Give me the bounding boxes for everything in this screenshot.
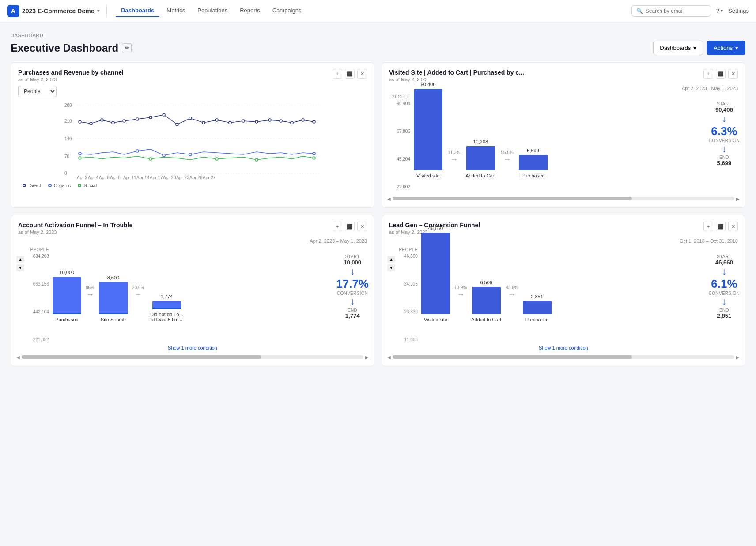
card4-add-button[interactable]: + — [703, 222, 713, 231]
card1-add-button[interactable]: + — [333, 69, 342, 79]
line-chart: 280 210 140 70 0 — [18, 101, 367, 180]
svg-point-10 — [79, 120, 81, 123]
card4-scrollbar[interactable] — [393, 355, 632, 359]
card3-add-button[interactable]: + — [333, 222, 342, 231]
svg-text:Apr 14: Apr 14 — [136, 175, 150, 180]
card3-down-arrow: ↓ — [350, 266, 355, 277]
card1-export-button[interactable]: ⬛ — [345, 69, 355, 79]
card3-title: Account Activation Funnel – In Trouble — [18, 222, 132, 229]
card4-ytick-2: 23,330 — [404, 309, 418, 314]
card2-end-label: END — [719, 155, 729, 160]
card3-conn1-pct: 20.6% — [132, 285, 144, 290]
card2-title: Visited Site | Added to Cart | Purchased… — [389, 69, 524, 76]
card3-bar1 — [99, 282, 128, 314]
svg-text:Apr 20: Apr 20 — [163, 175, 176, 180]
card2-add-button[interactable]: + — [703, 69, 713, 79]
svg-point-21 — [215, 119, 218, 121]
card4-export-button[interactable]: ⬛ — [716, 222, 726, 231]
card2-bar1-name: Added to Cart — [465, 173, 495, 178]
help-button[interactable]: ? ▾ — [716, 8, 723, 14]
card4-ytick-1: 34,995 — [404, 282, 418, 286]
card4-ytick-0: 46,660 — [404, 254, 418, 259]
card3-scroll-up[interactable]: ▲ — [16, 256, 24, 263]
card4-scroll-down[interactable]: ▼ — [387, 264, 395, 271]
svg-text:Apr 4: Apr 4 — [88, 175, 98, 180]
card3-bar1-name: Site Search — [101, 317, 126, 322]
legend-organic-dot — [48, 184, 52, 187]
card4-start-label: START — [717, 254, 731, 259]
card3-end-label: END — [348, 308, 357, 313]
card3-scroll-down[interactable]: ▼ — [16, 264, 24, 271]
card2-people-label: PEOPLE — [392, 94, 410, 99]
header-actions: Dashboards ▾ Actions ▾ — [653, 41, 745, 55]
legend-organic: Organic — [48, 183, 71, 188]
dashboards-dropdown-button[interactable]: Dashboards ▾ — [653, 41, 703, 55]
people-dropdown[interactable]: People Sessions Revenue — [18, 86, 57, 97]
card1-delete-button[interactable]: ✕ — [357, 69, 367, 79]
nav-populations[interactable]: Populations — [192, 4, 233, 17]
edit-title-button[interactable]: ✏ — [122, 43, 132, 53]
settings-button[interactable]: Settings — [728, 8, 749, 14]
card2-ytick-1: 67,806 — [397, 129, 410, 134]
svg-point-15 — [136, 118, 139, 120]
svg-point-31 — [136, 150, 139, 152]
card2-bar0-label: 90,406 — [421, 82, 436, 87]
svg-point-18 — [176, 123, 178, 126]
card3-actions: + ⬛ ✕ — [333, 222, 367, 231]
card3-bar2-name: Did not do Lo... at least 5 tim... — [149, 312, 184, 322]
nav-links: Dashboards Metrics Populations Reports C… — [116, 4, 623, 17]
svg-point-30 — [79, 152, 81, 155]
card3-bar2 — [152, 301, 181, 309]
card4-conversion-label: CONVERSION — [709, 291, 740, 296]
search-input[interactable] — [646, 8, 706, 14]
card3-bar0 — [53, 277, 81, 314]
search-icon: 🔍 — [636, 8, 643, 14]
card4-bar2-label: 2,851 — [531, 294, 543, 299]
card4-funnel-area: Oct 1, 2018 – Oct 31, 2018 ▲ ▼ PEOPLE 46… — [382, 238, 745, 366]
nav-campaigns[interactable]: Campaigns — [267, 4, 307, 17]
svg-text:280: 280 — [64, 103, 72, 108]
page-header: DASHBOARD Executive Dashboard ✏ Dashboar… — [0, 22, 756, 62]
card3-conversion-pct: 17.7% — [336, 277, 369, 291]
svg-text:Apr 2: Apr 2 — [77, 175, 87, 180]
legend-direct: Direct — [23, 183, 41, 188]
card2-scrollbar[interactable] — [393, 197, 632, 200]
card3-bar0-label: 10,000 — [60, 270, 75, 275]
card2-delete-button[interactable]: ✕ — [728, 69, 738, 79]
card3-export-button[interactable]: ⬛ — [345, 222, 355, 231]
card2-export-button[interactable]: ⬛ — [716, 69, 726, 79]
nav-reports[interactable]: Reports — [234, 4, 265, 17]
card4-bar2-name: Purchased — [525, 317, 549, 322]
card3-scrollbar[interactable] — [22, 355, 261, 359]
card2-bar2-name: Purchased — [522, 173, 545, 178]
nav-metrics[interactable]: Metrics — [161, 4, 190, 17]
help-chevron: ▾ — [721, 8, 723, 13]
card4-delete-button[interactable]: ✕ — [728, 222, 738, 231]
svg-point-28 — [302, 119, 304, 121]
card4-bar0-label: 46,660 — [428, 226, 443, 231]
card2-conversion-pct: 6.3% — [711, 124, 737, 138]
card-lead-gen: Lead Gen – Conversion Funnel as of May 2… — [382, 215, 745, 366]
card3-ytick-0: 884,208 — [33, 254, 49, 259]
card3-show-more[interactable]: Show 1 more condition — [16, 344, 369, 351]
card2-bar0 — [414, 89, 442, 170]
app-logo[interactable]: A 2023 E-Commerce Demo ▾ — [7, 5, 107, 17]
card3-bar2-label: 1,774 — [161, 294, 173, 299]
card2-conn1-pct: 55.8% — [501, 150, 513, 155]
card2-actions: + ⬛ ✕ — [703, 69, 738, 79]
card4-scroll-up[interactable]: ▲ — [387, 256, 395, 263]
svg-point-11 — [90, 122, 92, 125]
legend-social-dot — [78, 184, 81, 187]
svg-text:Apr 11: Apr 11 — [123, 175, 136, 180]
card4-ytick-3: 11,665 — [404, 337, 418, 342]
svg-point-27 — [291, 121, 293, 124]
svg-point-20 — [202, 121, 205, 124]
nav-dashboards[interactable]: Dashboards — [116, 4, 159, 17]
svg-text:Apr 26: Apr 26 — [189, 175, 203, 180]
card3-delete-button[interactable]: ✕ — [357, 222, 367, 231]
actions-dropdown-button[interactable]: Actions ▾ — [707, 41, 745, 55]
card4-conn1-pct: 43.8% — [506, 285, 518, 290]
email-search[interactable]: 🔍 — [631, 5, 711, 17]
svg-text:210: 210 — [64, 119, 72, 124]
card4-show-more[interactable]: Show 1 more condition — [387, 344, 740, 351]
